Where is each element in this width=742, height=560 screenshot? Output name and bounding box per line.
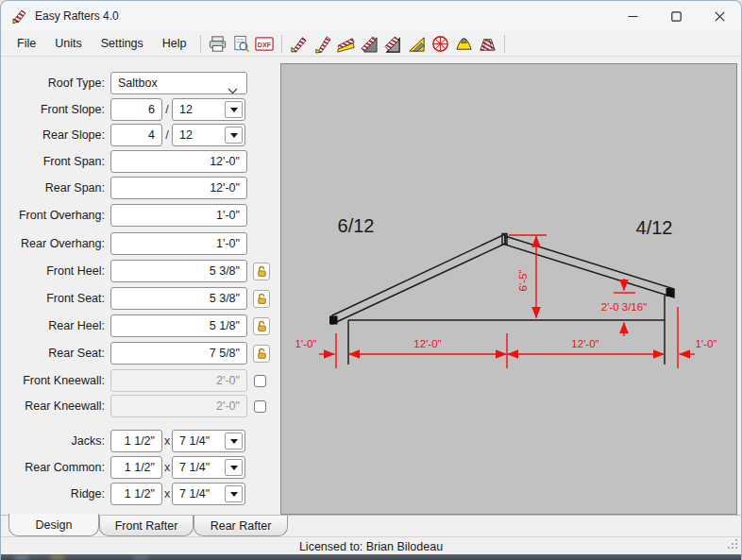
rear-common-width-input[interactable] [110,456,162,479]
triangle-down-icon [230,108,238,112]
unlock-icon [256,292,268,305]
dropdown-button[interactable] [225,433,243,450]
front-slope-rise-input[interactable] [110,98,162,121]
hip-rafter-button[interactable] [358,33,381,55]
dxf-export-button[interactable]: DXF [253,33,277,55]
front-span-dim: 12'-0" [413,338,441,349]
jack-rafter-button[interactable] [405,33,429,55]
maximize-icon [671,11,682,22]
dropdown-button[interactable] [225,127,243,144]
front-kneewall-input [110,369,247,392]
rear-heel-input[interactable] [110,314,247,337]
saltbox-rafter-icon [336,34,356,54]
tab-rear-rafter[interactable]: Rear Rafter [194,516,288,536]
valley-rafter-button[interactable] [381,33,405,55]
front-seat-row: Front Seat: [8,287,277,310]
minimize-button[interactable] [611,1,654,31]
front-slope-run-combo[interactable]: 12 [172,98,245,121]
dropdown-button[interactable] [225,485,243,502]
close-button[interactable] [698,1,741,31]
roof-type-value: Saltbox [118,76,158,90]
rear-slope-rise-input[interactable] [110,124,162,146]
rear-slope-run-combo[interactable]: 12 [172,124,245,146]
rear-slope-label: Rear Slope: [8,128,108,142]
rear-slope-row: Rear Slope: / 12 [8,124,277,146]
dropdown-button[interactable] [225,101,243,118]
saltbox-rafter-button[interactable] [334,33,358,55]
rear-seat-lock-button[interactable] [253,345,270,363]
jack-rafter-icon [407,34,427,54]
front-heel-input[interactable] [110,260,247,282]
front-overhang-label: Front Overhang: [8,209,108,222]
taskbar-blob [14,555,29,560]
svg-text:DXF: DXF [258,41,272,48]
front-slope-row: Front Slope: / 12 [8,98,277,121]
menu-units[interactable]: Units [46,34,90,53]
shed-rafter-icon [312,34,332,54]
front-seat-input[interactable] [110,287,247,310]
ridge-width-input[interactable] [110,483,162,505]
shed-rafter-button[interactable] [311,33,334,55]
slope-separator: / [162,128,172,142]
tab-front-rafter[interactable]: Front Rafter [99,516,194,536]
toolbar-separator [504,35,505,53]
print-preview-button[interactable] [229,33,253,55]
menu-settings[interactable]: Settings [93,34,152,53]
triangle-down-icon [230,466,238,470]
front-seat-lock-button[interactable] [253,290,270,308]
chevron-down-icon[interactable] [228,81,238,98]
maximize-button[interactable] [654,1,698,31]
rear-common-depth-value: 7 1/4" [179,461,210,474]
front-slope-annotation: 6/12 [338,215,375,236]
rear-overhang-label: Rear Overhang: [8,237,108,250]
tab-design[interactable]: Design [8,514,99,536]
rear-common-label: Rear Common: [8,461,108,474]
front-span-row: Front Span: [8,150,277,173]
common-rafter-button[interactable] [287,33,311,55]
front-overhang-input[interactable] [110,204,247,227]
ridge-depth-combo[interactable]: 7 1/4" [172,483,245,505]
rear-span-input[interactable] [110,177,247,199]
tab-rear-rafter-label: Rear Rafter [211,519,272,533]
lumber-separator: x [162,461,172,474]
rear-kneewall-input [110,395,247,417]
front-span-label: Front Span: [8,155,108,168]
unlock-icon [256,319,268,332]
title-bar: Easy Rafters 4.0 [1,1,741,31]
bay-rafter-button[interactable] [452,33,476,55]
rear-seat-input[interactable] [110,342,247,365]
roof-type-combo[interactable]: Saltbox [110,72,247,94]
rear-overhang-input[interactable] [110,232,247,255]
rear-span-label: Rear Span: [8,181,108,195]
print-button[interactable] [206,33,229,55]
rear-heel-lock-button[interactable] [253,317,270,335]
rear-slope-annotation: 4/12 [636,217,673,238]
print-preview-icon [231,34,251,54]
rear-common-depth-combo[interactable]: 7 1/4" [172,456,245,479]
print-icon [208,34,228,54]
jacks-width-input[interactable] [110,430,162,452]
app-logo-icon [12,8,27,24]
jacks-depth-combo[interactable]: 7 1/4" [172,430,245,452]
dropdown-button[interactable] [225,459,243,476]
roof-type-row: Roof Type: Saltbox [8,72,277,94]
rear-span-row: Rear Span: [8,177,277,199]
triangle-down-icon [230,439,238,444]
front-kneewall-checkbox[interactable] [254,375,266,387]
lumber-separator: x [162,487,172,501]
rear-kneewall-checkbox[interactable] [254,400,266,413]
rear-span-dim: 12'-0" [571,338,599,349]
taskbar-sliver [1,554,741,560]
front-heel-lock-button[interactable] [253,263,270,280]
rear-wall-rise-dim: 2'-0 3/16" [601,301,647,313]
octagon-rafter-button[interactable] [429,33,452,55]
front-span-input[interactable] [110,150,247,173]
bay-rafter-icon [454,34,474,54]
rear-seat-label: Rear Seat: [8,347,108,360]
menu-help[interactable]: Help [154,34,195,53]
resize-grip[interactable] [728,539,738,552]
roof-type-label: Roof Type: [8,76,108,90]
gambrel-rafter-button[interactable] [476,33,499,55]
dxf-export-icon: DXF [254,34,275,54]
menu-file[interactable]: File [8,34,44,53]
